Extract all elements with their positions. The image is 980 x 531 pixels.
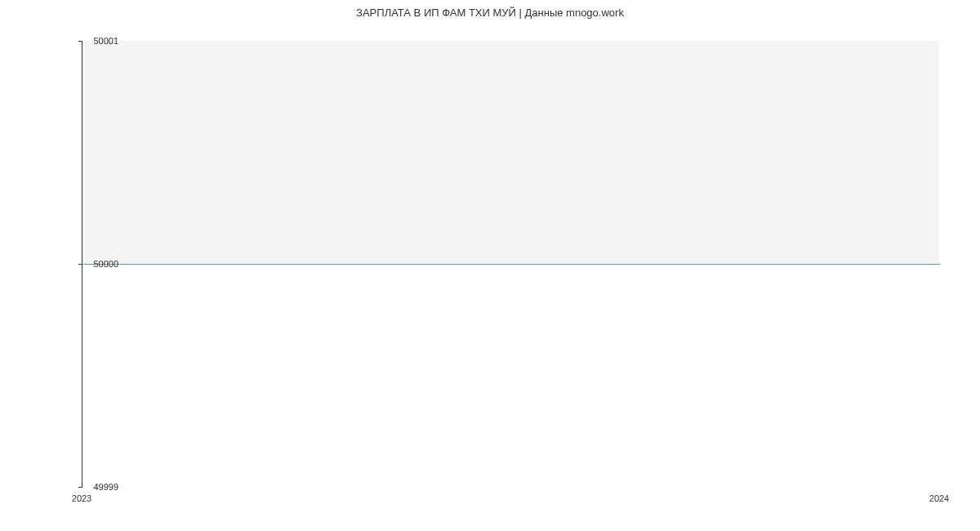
data-series-line	[82, 264, 940, 265]
y-tick-mark	[78, 264, 82, 265]
x-axis-tick-label: 2024	[929, 493, 949, 503]
y-axis-tick-label: 49999	[93, 482, 118, 492]
y-axis-tick-label: 50000	[93, 259, 118, 269]
y-tick-mark	[78, 487, 82, 488]
chart-plot	[82, 41, 939, 487]
chart-title: ЗАРПЛАТА В ИП ФАМ ТХИ МУЙ | Данные mnogo…	[0, 0, 980, 19]
x-axis-tick-label: 2023	[72, 493, 91, 503]
y-tick-mark	[78, 41, 82, 42]
y-axis-tick-label: 50001	[93, 36, 118, 46]
plot-background	[82, 41, 939, 487]
plot-background-lower	[82, 264, 940, 487]
